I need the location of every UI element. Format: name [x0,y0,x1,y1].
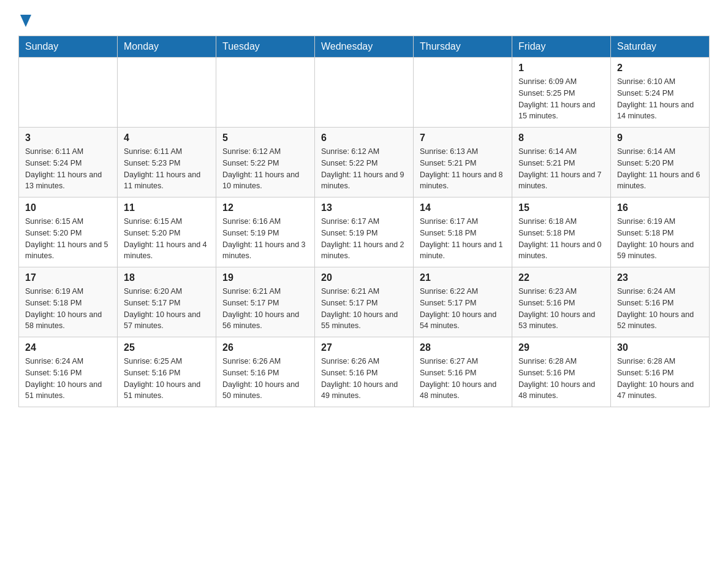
day-info: Sunrise: 6:16 AMSunset: 5:19 PMDaylight:… [222,216,308,262]
table-row: 14Sunrise: 6:17 AMSunset: 5:18 PMDayligh… [414,197,512,267]
table-row [315,58,414,128]
day-number: 13 [321,202,407,213]
day-info: Sunrise: 6:26 AMSunset: 5:16 PMDaylight:… [222,356,308,402]
day-number: 23 [617,272,703,283]
day-number: 7 [420,132,506,144]
header-sunday: Sunday [19,36,118,58]
day-info: Sunrise: 6:25 AMSunset: 5:16 PMDaylight:… [124,356,210,402]
day-info: Sunrise: 6:24 AMSunset: 5:16 PMDaylight:… [617,286,703,332]
day-info: Sunrise: 6:19 AMSunset: 5:18 PMDaylight:… [617,216,703,262]
table-row: 11Sunrise: 6:15 AMSunset: 5:20 PMDayligh… [118,197,216,267]
header-monday: Monday [118,36,216,58]
day-info: Sunrise: 6:23 AMSunset: 5:16 PMDaylight:… [518,286,604,332]
day-info: Sunrise: 6:10 AMSunset: 5:24 PMDaylight:… [617,76,703,122]
table-row: 21Sunrise: 6:22 AMSunset: 5:17 PMDayligh… [414,267,512,337]
header-tuesday: Tuesday [216,36,315,58]
day-info: Sunrise: 6:21 AMSunset: 5:17 PMDaylight:… [222,286,308,332]
day-info: Sunrise: 6:28 AMSunset: 5:16 PMDaylight:… [617,356,703,402]
day-number: 24 [25,342,111,353]
day-number: 1 [518,63,604,74]
day-info: Sunrise: 6:18 AMSunset: 5:18 PMDaylight:… [518,216,604,262]
day-number: 28 [420,342,506,353]
table-row: 4Sunrise: 6:11 AMSunset: 5:23 PMDaylight… [118,128,216,197]
day-info: Sunrise: 6:12 AMSunset: 5:22 PMDaylight:… [222,146,308,192]
table-row: 6Sunrise: 6:12 AMSunset: 5:22 PMDaylight… [315,128,414,197]
day-number: 29 [518,342,604,353]
table-row [216,58,315,128]
day-info: Sunrise: 6:26 AMSunset: 5:16 PMDaylight:… [321,356,407,402]
header-wednesday: Wednesday [315,36,414,58]
day-number: 18 [124,272,210,283]
day-number: 15 [518,202,604,213]
table-row: 12Sunrise: 6:16 AMSunset: 5:19 PMDayligh… [216,197,315,267]
day-info: Sunrise: 6:15 AMSunset: 5:20 PMDaylight:… [25,216,111,262]
day-number: 16 [617,202,703,213]
day-info: Sunrise: 6:13 AMSunset: 5:21 PMDaylight:… [420,146,506,192]
table-row: 18Sunrise: 6:20 AMSunset: 5:17 PMDayligh… [118,267,216,337]
header-saturday: Saturday [611,36,710,58]
table-row: 17Sunrise: 6:19 AMSunset: 5:18 PMDayligh… [19,267,118,337]
day-number: 30 [617,342,703,353]
table-row: 10Sunrise: 6:15 AMSunset: 5:20 PMDayligh… [19,197,118,267]
calendar-week-row: 10Sunrise: 6:15 AMSunset: 5:20 PMDayligh… [19,197,710,267]
day-number: 19 [222,272,308,283]
calendar-week-row: 17Sunrise: 6:19 AMSunset: 5:18 PMDayligh… [19,267,710,337]
table-row: 24Sunrise: 6:24 AMSunset: 5:16 PMDayligh… [19,337,118,407]
table-row: 30Sunrise: 6:28 AMSunset: 5:16 PMDayligh… [611,337,710,407]
table-row: 7Sunrise: 6:13 AMSunset: 5:21 PMDaylight… [414,128,512,197]
day-number: 12 [222,202,308,213]
logo-triangle-icon [20,15,31,29]
day-info: Sunrise: 6:20 AMSunset: 5:17 PMDaylight:… [124,286,210,332]
table-row: 5Sunrise: 6:12 AMSunset: 5:22 PMDaylight… [216,128,315,197]
day-info: Sunrise: 6:12 AMSunset: 5:22 PMDaylight:… [321,146,407,192]
day-number: 2 [617,63,703,74]
day-info: Sunrise: 6:22 AMSunset: 5:17 PMDaylight:… [420,286,506,332]
day-number: 14 [420,202,506,213]
day-number: 26 [222,342,308,353]
table-row: 9Sunrise: 6:14 AMSunset: 5:20 PMDaylight… [611,128,710,197]
day-number: 6 [321,132,407,144]
table-row: 29Sunrise: 6:28 AMSunset: 5:16 PMDayligh… [512,337,611,407]
table-row: 19Sunrise: 6:21 AMSunset: 5:17 PMDayligh… [216,267,315,337]
day-info: Sunrise: 6:24 AMSunset: 5:16 PMDaylight:… [25,356,111,402]
day-info: Sunrise: 6:21 AMSunset: 5:17 PMDaylight:… [321,286,407,332]
day-info: Sunrise: 6:28 AMSunset: 5:16 PMDaylight:… [518,356,604,402]
day-number: 3 [25,132,111,144]
day-number: 25 [124,342,210,353]
page-header [18,12,710,29]
table-row: 20Sunrise: 6:21 AMSunset: 5:17 PMDayligh… [315,267,414,337]
calendar-table: Sunday Monday Tuesday Wednesday Thursday… [18,36,710,407]
day-info: Sunrise: 6:19 AMSunset: 5:18 PMDaylight:… [25,286,111,332]
table-row [118,58,216,128]
day-number: 17 [25,272,111,283]
day-number: 27 [321,342,407,353]
day-number: 4 [124,132,210,144]
day-info: Sunrise: 6:17 AMSunset: 5:19 PMDaylight:… [321,216,407,262]
day-info: Sunrise: 6:14 AMSunset: 5:21 PMDaylight:… [518,146,604,192]
day-info: Sunrise: 6:11 AMSunset: 5:23 PMDaylight:… [124,146,210,192]
table-row: 13Sunrise: 6:17 AMSunset: 5:19 PMDayligh… [315,197,414,267]
day-info: Sunrise: 6:09 AMSunset: 5:25 PMDaylight:… [518,76,604,122]
day-number: 10 [25,202,111,213]
table-row: 26Sunrise: 6:26 AMSunset: 5:16 PMDayligh… [216,337,315,407]
day-number: 21 [420,272,506,283]
table-row [19,58,118,128]
table-row [414,58,512,128]
table-row: 16Sunrise: 6:19 AMSunset: 5:18 PMDayligh… [611,197,710,267]
day-number: 8 [518,132,604,144]
header-friday: Friday [512,36,611,58]
day-number: 22 [518,272,604,283]
calendar-week-row: 24Sunrise: 6:24 AMSunset: 5:16 PMDayligh… [19,337,710,407]
table-row: 23Sunrise: 6:24 AMSunset: 5:16 PMDayligh… [611,267,710,337]
table-row: 3Sunrise: 6:11 AMSunset: 5:24 PMDaylight… [19,128,118,197]
calendar-week-row: 3Sunrise: 6:11 AMSunset: 5:24 PMDaylight… [19,128,710,197]
calendar-week-row: 1Sunrise: 6:09 AMSunset: 5:25 PMDaylight… [19,58,710,128]
svg-marker-0 [20,15,31,27]
table-row: 15Sunrise: 6:18 AMSunset: 5:18 PMDayligh… [512,197,611,267]
day-info: Sunrise: 6:11 AMSunset: 5:24 PMDaylight:… [25,146,111,192]
calendar-header-row: Sunday Monday Tuesday Wednesday Thursday… [19,36,710,58]
table-row: 1Sunrise: 6:09 AMSunset: 5:25 PMDaylight… [512,58,611,128]
table-row: 28Sunrise: 6:27 AMSunset: 5:16 PMDayligh… [414,337,512,407]
day-number: 5 [222,132,308,144]
table-row: 25Sunrise: 6:25 AMSunset: 5:16 PMDayligh… [118,337,216,407]
